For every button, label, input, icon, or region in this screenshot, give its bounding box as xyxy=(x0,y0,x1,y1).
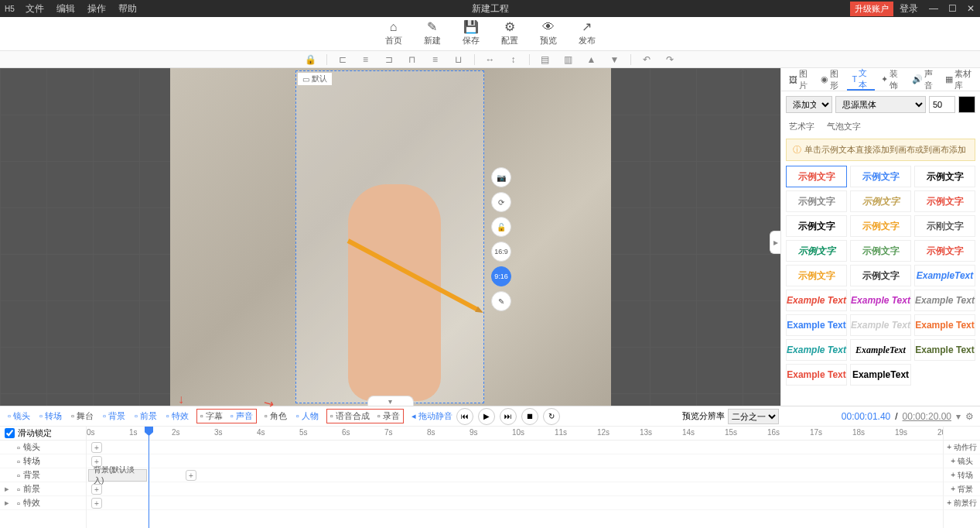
add-text-select[interactable]: 添加文本 xyxy=(786,96,832,113)
add-track-1[interactable]: + 镜头 xyxy=(944,454,980,468)
tl-btn-tl-tb1-2[interactable]: ▫ 舞台 xyxy=(70,410,95,422)
text-sample-24[interactable]: Example Text xyxy=(786,364,847,386)
track-label-4[interactable]: ▸▫ 特效 xyxy=(0,496,86,510)
order-back-icon[interactable]: ▥ xyxy=(561,53,576,67)
time-ruler[interactable]: 0s1s2s3s4s5s6s7s8s9s10s11s12s13s14s15s16… xyxy=(87,427,943,441)
tracks-area[interactable]: 0s1s2s3s4s5s6s7s8s9s10s11s12s13s14s15s16… xyxy=(87,427,943,528)
add-track-0[interactable]: + 动作行 xyxy=(944,441,980,454)
font-size-input[interactable] xyxy=(929,96,955,113)
order-down-icon[interactable]: ▼ xyxy=(607,53,623,67)
text-sample-14[interactable]: ExampleText xyxy=(914,265,975,286)
add-clip[interactable]: + xyxy=(186,470,196,481)
add-track-3[interactable]: + 背景 xyxy=(944,482,980,496)
toolbar-4[interactable]: 👁预览 xyxy=(540,21,557,46)
text-sample-2[interactable]: 示例文字 xyxy=(914,166,975,187)
subtab-art[interactable]: 艺术字 xyxy=(789,121,814,132)
track-label-0[interactable]: ▫ 镜头 xyxy=(0,441,86,454)
align-center-h-icon[interactable]: ≡ xyxy=(358,53,374,67)
menu-file[interactable]: 文件 xyxy=(19,2,50,15)
align-left-icon[interactable]: ⊏ xyxy=(335,53,350,67)
text-sample-0[interactable]: 示例文字 xyxy=(786,166,847,187)
panel-tab-2[interactable]: T文本 xyxy=(847,69,875,91)
tl-btn-tl-tb2-1[interactable]: ▫ 人物 xyxy=(295,410,320,422)
text-sample-6[interactable]: 示例文字 xyxy=(786,215,847,237)
order-front-icon[interactable]: ▤ xyxy=(538,53,553,67)
text-sample-5[interactable]: 示例文字 xyxy=(914,190,975,212)
track-1[interactable]: + xyxy=(87,454,943,468)
text-sample-11[interactable]: 示例文字 xyxy=(914,240,975,262)
lock-icon[interactable]: 🔓 xyxy=(491,217,511,237)
track-2[interactable]: 背景(默认淡入)+ xyxy=(87,468,943,482)
text-sample-21[interactable]: Example Text xyxy=(786,339,847,361)
text-sample-17[interactable]: Example Text xyxy=(914,290,975,311)
time-arrow[interactable]: ▾ xyxy=(956,411,961,422)
panel-tab-4[interactable]: 🔊声音 xyxy=(907,69,939,91)
text-sample-25[interactable]: ExampleText xyxy=(850,364,911,386)
lock-checkbox[interactable] xyxy=(5,428,15,438)
align-bottom-icon[interactable]: ⊔ xyxy=(451,53,466,67)
bg-clip[interactable]: 背景(默认淡入) xyxy=(88,469,147,482)
color-picker[interactable] xyxy=(958,96,975,113)
pen-icon[interactable]: ✎ xyxy=(491,291,511,311)
ratio-9-16[interactable]: 9:16 xyxy=(491,266,511,286)
text-sample-15[interactable]: Example Text xyxy=(786,290,847,311)
track-3[interactable]: + xyxy=(87,482,943,496)
login-button[interactable]: 登录 xyxy=(893,2,924,15)
camera-icon[interactable]: 📷 xyxy=(491,167,511,187)
add-clip[interactable]: + xyxy=(91,442,102,453)
tl-btn-tl-hl1-1[interactable]: ▫ 声音 xyxy=(229,410,254,422)
order-up-icon[interactable]: ▲ xyxy=(584,53,599,67)
menu-edit[interactable]: 编辑 xyxy=(50,2,81,15)
panel-tab-3[interactable]: ✦装饰 xyxy=(876,69,906,91)
text-sample-22[interactable]: ExampleText xyxy=(850,339,911,361)
tl-btn-tl-tb1-3[interactable]: ▫ 背景 xyxy=(101,410,127,422)
track-label-2[interactable]: ▫ 背景 xyxy=(0,468,86,482)
add-track-4[interactable]: + 前景行 xyxy=(944,496,980,510)
tl-btn-tl-tb1-4[interactable]: ▫ 前景 xyxy=(133,410,159,422)
text-sample-12[interactable]: 示例文字 xyxy=(786,265,847,286)
distribute-h-icon[interactable]: ↔ xyxy=(483,53,498,67)
text-sample-1[interactable]: 示例文字 xyxy=(850,166,911,187)
tl-btn-tl-tb1-0[interactable]: ▫ 镜头 xyxy=(6,410,32,422)
minimize-button[interactable]: — xyxy=(924,3,943,14)
text-sample-4[interactable]: 示例文字 xyxy=(850,190,911,212)
track-label-1[interactable]: ▫ 转场 xyxy=(0,454,86,468)
toolbar-1[interactable]: ✎新建 xyxy=(424,21,441,46)
tl-btn-tl-hl1-0[interactable]: ▫ 字幕 xyxy=(199,410,224,422)
loop-button[interactable]: ↻ xyxy=(543,408,560,425)
canvas-area[interactable]: ▭ 默认 这是字幕区域 📷 ⟳ 🔓 16:9 9:16 ✎ ▾ ▸ xyxy=(0,68,780,406)
text-sample-3[interactable]: 示例文字 xyxy=(786,190,847,212)
text-sample-7[interactable]: 示例文字 xyxy=(850,215,911,237)
text-sample-8[interactable]: 示刚文字 xyxy=(914,215,975,237)
settings-icon[interactable]: ⚙ xyxy=(965,411,974,422)
toolbar-0[interactable]: ⌂首页 xyxy=(385,21,402,46)
align-middle-icon[interactable]: ≡ xyxy=(428,53,443,67)
expand-icon[interactable]: ▸ xyxy=(5,484,14,494)
text-sample-23[interactable]: Example Text xyxy=(914,339,975,361)
undo-icon[interactable]: ↶ xyxy=(639,53,654,67)
upgrade-button[interactable]: 升级账户 xyxy=(850,2,893,16)
distribute-v-icon[interactable]: ↕ xyxy=(506,53,521,67)
close-button[interactable]: ✕ xyxy=(961,3,980,14)
expand-icon[interactable]: ▸ xyxy=(5,498,14,508)
next-button[interactable]: ⏭ xyxy=(500,408,517,425)
add-clip[interactable]: + xyxy=(91,498,102,509)
tl-btn-tl-hl2-0[interactable]: ▫ 语音合成 xyxy=(329,410,371,422)
add-clip[interactable]: + xyxy=(91,484,102,495)
refresh-icon[interactable]: ⟳ xyxy=(491,192,511,212)
align-right-icon[interactable]: ⊐ xyxy=(381,53,397,67)
subtab-bubble[interactable]: 气泡文字 xyxy=(827,121,861,132)
lock-row[interactable]: 滑动锁定 xyxy=(0,427,86,441)
collapse-tab[interactable]: ▾ xyxy=(367,396,414,406)
panel-tab-0[interactable]: 🖼图片 xyxy=(784,69,814,91)
panel-tab-5[interactable]: ▦素材库 xyxy=(941,69,977,91)
track-label-3[interactable]: ▸▫ 前景 xyxy=(0,482,86,496)
drag-mute[interactable]: ◂ 拖动静音 xyxy=(410,410,454,422)
text-sample-9[interactable]: 示例文字 xyxy=(786,240,847,262)
prev-button[interactable]: ⏮ xyxy=(456,408,473,425)
text-sample-19[interactable]: Example Text xyxy=(850,314,911,336)
menu-help[interactable]: 帮助 xyxy=(112,2,143,15)
panel-tab-1[interactable]: ◉图形 xyxy=(816,69,845,91)
stop-button[interactable]: ⏹ xyxy=(521,408,538,425)
redo-icon[interactable]: ↷ xyxy=(662,53,678,67)
